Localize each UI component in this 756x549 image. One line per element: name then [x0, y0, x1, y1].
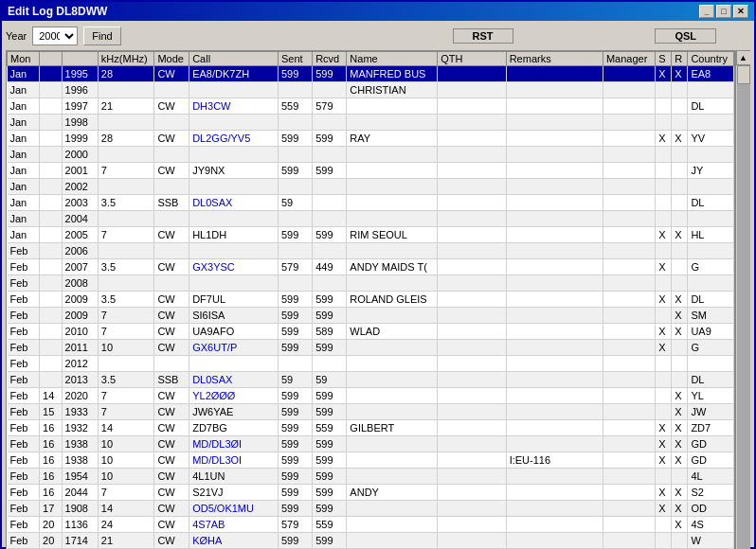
table-row[interactable]: Feb1420207CWYL2ØØØ599599XYL — [8, 388, 734, 404]
col-header-country[interactable]: Country — [688, 52, 734, 66]
minimize-button[interactable]: _ — [699, 5, 714, 18]
table-row[interactable]: Jan199721CWDH3CW559579DL — [8, 98, 734, 115]
scroll-up-button[interactable]: ▲ — [736, 50, 751, 65]
title-bar: Edit Log DL8DWW _ □ ✕ — [2, 2, 754, 21]
table-row[interactable]: Jan2004 — [8, 211, 734, 227]
table-row[interactable]: Feb17190814CWOD5/OK1MU599599XXOD — [8, 501, 734, 517]
content-area: Year 19941995199619971998199920002001200… — [2, 21, 754, 549]
table-row[interactable]: Jan199928CWDL2GG/YV5599599RAYXXYV — [8, 131, 734, 147]
year-label: Year — [6, 30, 27, 42]
table-row[interactable]: Feb20171421CWKØHA599599W — [8, 533, 734, 549]
qsl-group-header-area: QSL — [655, 30, 716, 42]
table-row[interactable]: Feb1620447CWS21VJ599599ANDYXXS2 — [8, 485, 734, 501]
scroll-thumb[interactable] — [737, 65, 750, 84]
table-row[interactable]: Jan1998 — [8, 115, 734, 131]
table-row[interactable]: Feb1519337CWJW6YAE599599XJW — [8, 404, 734, 420]
table-body: Jan199528CWEA8/DK7ZH599599MANFRED BUSXXE… — [8, 66, 734, 550]
year-select[interactable]: 1994199519961997199819992000200120022003… — [32, 27, 78, 45]
table-row[interactable]: Feb2006 — [8, 243, 734, 259]
table-row[interactable]: Feb16193810CWMD/DL3ØI599599XXGD — [8, 436, 734, 452]
col-header-s[interactable]: S — [656, 52, 672, 66]
col-header-manager[interactable]: Manager — [603, 52, 655, 66]
table-row[interactable]: Jan20057CWHL1DH599599RIM SEOULXXHL — [8, 227, 734, 243]
close-button[interactable]: ✕ — [733, 5, 748, 18]
table-row[interactable]: Feb16195410CW4L1UN5995994L — [8, 469, 734, 485]
main-window: Edit Log DL8DWW _ □ ✕ Year 1994199519961… — [0, 0, 756, 549]
col-header-day — [40, 52, 62, 66]
title-controls: _ □ ✕ — [699, 5, 748, 18]
scroll-track[interactable] — [737, 65, 750, 549]
col-header-mon[interactable]: Mon — [8, 52, 40, 66]
table-row[interactable]: Feb2012 — [8, 356, 734, 372]
col-header-call[interactable]: Call — [189, 52, 279, 66]
col-header-rcvd[interactable]: Rcvd — [313, 52, 347, 66]
table-row[interactable]: Feb201110CWGX6UT/P599599XG — [8, 340, 734, 356]
table-row[interactable]: Jan20033.5SSBDL0SAX59DL — [8, 195, 734, 211]
rst-group-header: RST — [453, 28, 513, 44]
col-header-mode[interactable]: Mode — [154, 52, 189, 66]
log-table: Mon kHz(MHz) Mode Call Sent Rcvd Name QT… — [6, 50, 735, 549]
table-row[interactable]: Jan1996CHRISTIAN — [8, 82, 734, 98]
qsl-group-header: QSL — [655, 28, 716, 44]
table-wrapper: Mon kHz(MHz) Mode Call Sent Rcvd Name QT… — [6, 50, 750, 549]
window-title: Edit Log DL8DWW — [8, 5, 107, 18]
table-row[interactable]: Feb20113624CW4S7AB579559X4S — [8, 517, 734, 533]
table-row[interactable]: Feb20133.5SSBDL0SAX5959DL — [8, 372, 734, 388]
rst-group-header-area: RST — [127, 28, 650, 44]
table-row[interactable]: Feb20107CWUA9AFO599589WLADXXUA9 — [8, 324, 734, 340]
column-header-row: Mon kHz(MHz) Mode Call Sent Rcvd Name QT… — [8, 52, 734, 66]
table-row[interactable]: Feb20093.5CWDF7UL599599ROLAND GLEISXXDL — [8, 292, 734, 308]
table-row[interactable]: Feb2008 — [8, 275, 734, 292]
table-row[interactable]: Feb20097CWSI6ISA599599XSM — [8, 308, 734, 324]
col-header-remarks[interactable]: Remarks — [506, 52, 603, 66]
table-row[interactable]: Jan2002 — [8, 179, 734, 195]
table-row[interactable]: Feb16193214CWZD7BG599559GILBERTXXZD7 — [8, 420, 734, 436]
col-header-khz[interactable]: kHz(MHz) — [98, 52, 154, 66]
table-row[interactable]: Jan2000 — [8, 147, 734, 163]
col-header-qth[interactable]: QTH — [438, 52, 506, 66]
table-row[interactable]: Jan199528CWEA8/DK7ZH599599MANFRED BUSXXE… — [8, 66, 734, 82]
maximize-button[interactable]: □ — [716, 5, 731, 18]
table-row[interactable]: Feb20073.5CWGX3YSC579449ANDY MAIDS T(XG — [8, 259, 734, 275]
table-row[interactable]: Jan20017CWJY9NX599599JY — [8, 163, 734, 179]
top-toolbar: Year 19941995199619971998199920002001200… — [6, 25, 750, 47]
col-header-sent[interactable]: Sent — [278, 52, 312, 66]
vertical-scrollbar[interactable]: ▲ ▼ — [735, 50, 750, 549]
col-header-r[interactable]: R — [672, 52, 688, 66]
log-data-table: Mon kHz(MHz) Mode Call Sent Rcvd Name QT… — [7, 51, 734, 549]
col-header-name[interactable]: Name — [347, 52, 438, 66]
find-button[interactable]: Find — [83, 27, 120, 45]
col-header-year — [62, 52, 98, 66]
table-row[interactable]: Feb16193810CWMD/DL3OI599599I:EU-116XXGD — [8, 452, 734, 469]
